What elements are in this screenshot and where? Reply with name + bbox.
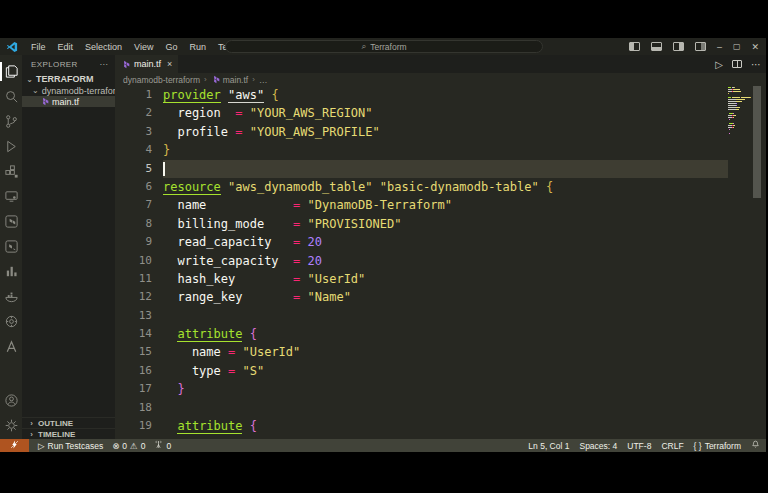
chevron-right-icon: › xyxy=(28,419,35,428)
chevron-right-icon: › xyxy=(204,75,207,84)
code-line-4[interactable]: 4} xyxy=(115,141,728,159)
menu-item-edit[interactable]: Edit xyxy=(52,42,80,52)
code-line-6[interactable]: 6resource "aws_dynamodb_table" "basic-dy… xyxy=(115,178,728,196)
scrollbar-thumb[interactable] xyxy=(753,86,761,198)
line-content: hash_key = "UserId" xyxy=(163,270,728,288)
activity-account-icon[interactable] xyxy=(0,388,22,413)
activity-terraform-icon[interactable] xyxy=(0,209,22,234)
restore-button[interactable]: ▢ xyxy=(733,42,741,51)
menu-item-go[interactable]: Go xyxy=(159,42,183,52)
code-line-1[interactable]: 1provider "aws" { xyxy=(115,86,728,104)
activity-explorer-icon[interactable] xyxy=(0,59,22,84)
activity-aws-toolkit-icon[interactable] xyxy=(0,334,22,359)
editor-more-icon[interactable]: ⋯ xyxy=(751,59,762,70)
line-content: name = "UserId" xyxy=(163,343,728,361)
status-notifications[interactable] xyxy=(751,440,760,451)
status-label: UTF-8 xyxy=(627,441,651,451)
code-line-19[interactable]: 19 attribute { xyxy=(115,417,728,435)
customize-layout-icon[interactable] xyxy=(695,42,706,51)
activity-terraform-cloud-icon[interactable] xyxy=(0,234,22,259)
status-eol[interactable]: CRLF xyxy=(661,441,683,451)
code-editor[interactable]: 1provider "aws" {2 region = "YOUR_AWS_RE… xyxy=(115,86,728,439)
code-line-14[interactable]: 14 attribute { xyxy=(115,325,728,343)
close-button[interactable]: ✕ xyxy=(751,42,759,52)
workspace-label: TERRAFORM xyxy=(36,74,94,84)
breadcrumb-item[interactable]: … xyxy=(259,75,268,85)
status-language-mode[interactable]: { }Terraform xyxy=(694,441,741,451)
status-label: Ln 5, Col 1 xyxy=(528,441,569,451)
text-cursor xyxy=(163,162,165,176)
timeline-section[interactable]: › TIMELINE xyxy=(22,428,115,439)
activity-source-control-icon[interactable] xyxy=(0,109,22,134)
activity-docker-icon[interactable] xyxy=(0,284,22,309)
workspace-section-terraform[interactable]: ⌄ TERRAFORM xyxy=(22,73,115,85)
code-line-8[interactable]: 8 billing_mode = "PROVISIONED" xyxy=(115,215,728,233)
explorer-title: EXPLORER xyxy=(31,60,78,69)
code-line-15[interactable]: 15 name = "UserId" xyxy=(115,343,728,361)
line-content: } xyxy=(163,380,728,398)
activity-settings-sync-icon[interactable] xyxy=(0,309,22,334)
explorer-more-icon[interactable]: ⋯ xyxy=(100,60,108,69)
status-encoding[interactable]: UTF-8 xyxy=(627,441,651,451)
code-line-3[interactable]: 3 profile = "YOUR_AWS_PROFILE" xyxy=(115,123,728,141)
code-line-7[interactable]: 7 name = "DynamoDB-Terraform" xyxy=(115,196,728,214)
activity-remote-explorer-icon[interactable] xyxy=(0,184,22,209)
activity-manage-settings-icon[interactable] xyxy=(0,413,22,438)
line-content xyxy=(163,307,728,325)
code-line-12[interactable]: 12 range_key = "Name" xyxy=(115,288,728,306)
activity-bar xyxy=(0,55,22,439)
split-editor-icon[interactable] xyxy=(732,60,742,68)
status-indentation[interactable]: Spaces: 4 xyxy=(579,441,617,451)
line-content: region = "YOUR_AWS_REGION" xyxy=(163,104,728,122)
outline-section[interactable]: › OUTLINE xyxy=(22,417,115,428)
menu-item-run[interactable]: Run xyxy=(183,42,212,52)
tree-item-folder[interactable]: ⌄ dynamodb-terraform xyxy=(22,85,115,96)
status-ports[interactable]: 0 xyxy=(154,440,171,451)
warning-icon: ⚠ xyxy=(130,441,138,451)
toggle-secondary-sidebar-icon[interactable] xyxy=(673,42,684,51)
code-line-11[interactable]: 11 hash_key = "UserId" xyxy=(115,270,728,288)
minimap[interactable] xyxy=(728,86,752,439)
editor-actions: ▷ ⋯ xyxy=(715,55,762,73)
window-controls: – ▢ ✕ xyxy=(629,38,766,55)
menu-item-view[interactable]: View xyxy=(128,42,159,52)
code-line-16[interactable]: 16 type = "S" xyxy=(115,362,728,380)
toggle-sidebar-icon[interactable] xyxy=(629,42,640,51)
code-line-17[interactable]: 17 } xyxy=(115,380,728,398)
tab-close-icon[interactable]: × xyxy=(167,59,172,69)
run-file-icon[interactable]: ▷ xyxy=(715,59,723,70)
command-center-search[interactable]: ⌕ Terraform xyxy=(225,40,543,53)
breadcrumb-item[interactable]: main.tf xyxy=(211,75,249,85)
minimize-button[interactable]: – xyxy=(717,42,722,52)
status-label: 0 xyxy=(141,441,146,451)
tab-label: main.tf xyxy=(134,59,161,69)
line-number: 6 xyxy=(115,178,163,196)
activity-bar-bottom xyxy=(0,388,22,438)
status-remote-indicator[interactable] xyxy=(0,439,29,452)
status-run-testcases[interactable]: ▷Run Testcases xyxy=(38,441,103,451)
code-line-13[interactable]: 13 xyxy=(115,307,728,325)
status-label: 0 xyxy=(122,441,127,451)
code-line-2[interactable]: 2 region = "YOUR_AWS_REGION" xyxy=(115,104,728,122)
menu-item-selection[interactable]: Selection xyxy=(79,42,128,52)
code-line-18[interactable]: 18 xyxy=(115,399,728,417)
line-content xyxy=(163,160,728,178)
line-content: write_capacity = 20 xyxy=(163,252,728,270)
code-line-5[interactable]: 5 xyxy=(115,160,728,178)
activity-test-results-icon[interactable] xyxy=(0,259,22,284)
toggle-panel-icon[interactable] xyxy=(651,42,662,51)
code-line-10[interactable]: 10 write_capacity = 20 xyxy=(115,252,728,270)
activity-extensions-icon[interactable] xyxy=(0,159,22,184)
tab-main-tf[interactable]: main.tf × xyxy=(115,55,178,73)
scrollbar[interactable] xyxy=(752,86,762,439)
breadcrumb-item[interactable]: dynamodb-terraform xyxy=(123,75,200,85)
code-line-9[interactable]: 9 read_capacity = 20 xyxy=(115,233,728,251)
menu-item-file[interactable]: File xyxy=(25,42,52,52)
status-cursor-position[interactable]: Ln 5, Col 1 xyxy=(528,441,569,451)
line-number: 3 xyxy=(115,123,163,141)
activity-search-icon[interactable] xyxy=(0,84,22,109)
line-number: 2 xyxy=(115,104,163,122)
tree-item-main-tf[interactable]: main.tf xyxy=(22,96,115,107)
status-problems[interactable]: ⊗0⚠0 xyxy=(112,441,145,451)
activity-run-and-debug-icon[interactable] xyxy=(0,134,22,159)
